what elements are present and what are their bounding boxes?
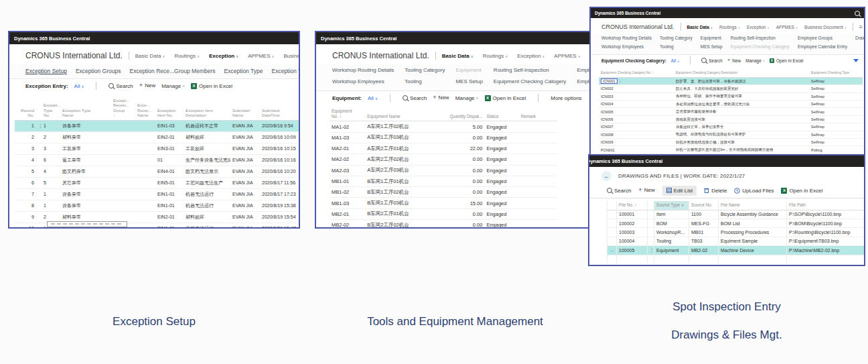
- new-button[interactable]: +New: [638, 187, 654, 193]
- table-row[interactable]: ICN004 ⋮ 各处加油部位油位满足要求，滑轨清洁无污垢 SelfInsp: [599, 101, 863, 108]
- manage-button[interactable]: Manage∨: [745, 58, 765, 63]
- nav-employee-groups[interactable]: Employee Groups: [798, 36, 847, 43]
- menu-item-basic-data[interactable]: Basic Data∨: [687, 25, 713, 29]
- nav-mes-setup[interactable]: MES Setup: [455, 78, 482, 88]
- col-record-no[interactable]: Record No.: [15, 97, 36, 120]
- table-row[interactable]: MA2-03 A车间2工序03机台 0.00 Engaged: [330, 165, 557, 176]
- menu-item-basic-data[interactable]: Basic Data∨: [442, 53, 474, 59]
- table-row[interactable]: → 100004 ⋮ Tooling TB03 Equiment Sample …: [607, 237, 865, 245]
- company-name[interactable]: CRONUS International Ltd.: [601, 23, 674, 30]
- col-remark[interactable]: Remark: [519, 107, 557, 121]
- table-row[interactable]: 7 ⋮ 1 设备异常 EIN1-01 机器无法运行 EVAN JIA 2020/…: [15, 188, 299, 200]
- table-row[interactable]: ICN007 ⋮ 设备运转正常，保养记录齐全 SelfInsp: [599, 123, 863, 131]
- table-row[interactable]: MA1-02 A车间1工序02机台 5.00 Engaged: [330, 121, 557, 132]
- search-button[interactable]: Search: [701, 58, 723, 63]
- nav-tooling-category[interactable]: Tooling Category: [405, 67, 445, 76]
- table-row[interactable]: → 100003 ⋮ WorkshopR... MB01 Processing …: [607, 228, 865, 237]
- nav-workshop-employees[interactable]: Workshop Employees: [332, 78, 394, 88]
- nav-workshop-employees[interactable]: Workshop Employees: [601, 44, 652, 52]
- search-icon[interactable]: [855, 11, 860, 16]
- menu-item-business-document[interactable]: Business Document∨: [284, 53, 299, 59]
- menu-item-routings[interactable]: Routings∨: [174, 53, 200, 59]
- col-checking-no[interactable]: Equipment Checking Catogery No. ↑: [599, 70, 674, 77]
- view-filter-dropdown[interactable]: All∨: [74, 83, 84, 89]
- apps-menu-icon[interactable]: ≡: [859, 24, 863, 30]
- col-receive-group[interactable]: Except... Receiv... Group ↑: [111, 97, 135, 120]
- open-in-excel-button[interactable]: XOpen in Excel: [770, 58, 803, 63]
- table-row[interactable]: 3 ⋮ 3 工装异常 EIN3-01 工装损坏 EVAN JIA 2020/8/…: [15, 143, 299, 154]
- tab-exception-type-item[interactable]: Exception Type Item: [271, 68, 299, 74]
- col-type-no[interactable]: Excepti... Type No.: [42, 97, 60, 120]
- nav-equipment[interactable]: Equipment: [701, 36, 723, 43]
- col-file-name[interactable]: File Name: [719, 201, 787, 210]
- col-file-no[interactable]: File No. ↑: [617, 201, 648, 210]
- tab-exception-type[interactable]: Exception Type: [224, 68, 263, 74]
- view-filter-dropdown[interactable]: All∨: [671, 58, 679, 63]
- table-row[interactable]: → ⋮: [607, 255, 865, 263]
- table-row[interactable]: MA1-03 A车间1工序03机台 0.00 Engaged: [330, 132, 557, 143]
- nav-drawings-and-files[interactable]: Drawings and Files: [855, 36, 864, 43]
- menu-item-exception[interactable]: Exception∨: [517, 53, 545, 59]
- table-row[interactable]: 1 ⋮ 1 设备异常 EIN1-03 机器运转不正常 EVAN JIA 2020…: [15, 120, 299, 131]
- col-item-no[interactable]: Exception Item No.: [155, 97, 184, 120]
- tab-exception-groups[interactable]: Exception Groups: [76, 68, 121, 74]
- nav-tooling-category[interactable]: Tooling Category: [660, 36, 693, 43]
- search-button[interactable]: Search: [403, 95, 427, 101]
- col-checking-description[interactable]: Equipment Checking Catogery Description: [674, 70, 809, 77]
- open-in-excel-button[interactable]: XOpen in Excel: [485, 95, 526, 101]
- col-source-no[interactable]: Source No.: [689, 201, 719, 210]
- table-row[interactable]: MB2-02 B车间2工序02机台 0.00 Engaged: [330, 220, 557, 227]
- nav-workshop-routing-details[interactable]: Workshop Routing Details: [601, 36, 652, 43]
- menu-item-routings[interactable]: Routings∨: [483, 53, 508, 59]
- company-name[interactable]: CRONUS International Ltd.: [25, 51, 123, 60]
- nav-employee-calendar-entry[interactable]: Employee Calendar Entry: [798, 44, 847, 52]
- table-row[interactable]: MB2-01 B车间2工序01机台 0.00 Engaged: [330, 208, 557, 219]
- table-row[interactable]: MA2-02 A车间2工序02机台 0.00 Engaged: [330, 154, 557, 165]
- manage-button[interactable]: Manage∨: [161, 83, 185, 89]
- delete-button[interactable]: Delete: [704, 188, 727, 194]
- menu-item-business-document[interactable]: Business Document∨: [804, 25, 847, 29]
- table-row[interactable]: ICN008 ⋮ 电源线、焊接电缆与焊机连接处有可靠屏护 SelfInsp: [599, 131, 863, 138]
- search-button[interactable]: Search: [108, 83, 133, 89]
- open-in-excel-button[interactable]: XOpen in Excel: [191, 83, 232, 89]
- menu-item-basic-data[interactable]: Basic Data∨: [135, 53, 165, 59]
- nav-tooling[interactable]: Tooling: [660, 44, 693, 52]
- table-row[interactable]: 5 ⋮ 4 图文档异常 EIN4-01 图文档无法显示 EVAN JIA 202…: [15, 166, 299, 177]
- new-button[interactable]: +New: [139, 82, 155, 88]
- col-file-path[interactable]: File Path: [787, 201, 865, 210]
- search-button[interactable]: Search: [607, 188, 631, 194]
- table-row[interactable]: ICN003 ⋮ 各种限位、联锁、操作手柄要求灵敏可靠 SelfInsp: [599, 93, 863, 100]
- nav-equipment-checking-catogery[interactable]: Equipment Checking Catogery: [494, 78, 567, 88]
- more-options-button[interactable]: More options: [551, 95, 581, 101]
- table-row[interactable]: ICN002 ⋮ 防止夹具、卡具松动或脱落的装置完好 SelfInsp: [599, 85, 863, 93]
- nav-workshop-routing-details[interactable]: Workshop Routing Details: [332, 67, 394, 76]
- col-quantity-dispatched[interactable]: Quantity Dispat...: [446, 107, 484, 121]
- table-row[interactable]: MB1-01 B车间1工序01机台 0.00 Engaged: [330, 176, 557, 186]
- table-row[interactable]: ICN006 ⋮ 接地装置连接可靠 SelfInsp: [599, 115, 863, 123]
- edit-list-button[interactable]: Edit List: [662, 186, 697, 196]
- col-equipment-name[interactable]: Equipment Name: [365, 107, 446, 121]
- table-row[interactable]: ICN005 ⋮ 是否按操作规程使用设备 SelfInsp: [599, 108, 863, 115]
- table-row[interactable]: MA2-01 A车间2工序01机台 22.00 Engaged: [330, 143, 557, 154]
- col-status[interactable]: Status: [484, 107, 518, 121]
- table-row[interactable]: ICN001 ⋮ 防护罩、盖、把位完善可靠，设备外观清洁 SelfInsp: [599, 77, 863, 84]
- manage-button[interactable]: Manage∨: [455, 95, 479, 101]
- filter-pane-icon[interactable]: [853, 59, 859, 62]
- col-submitter[interactable]: Submitter Name: [230, 97, 260, 120]
- table-row[interactable]: 6 ⋮ 5 其它异常 EIN5-01 工艺问题无法生产 EVAN JIA 202…: [15, 177, 299, 188]
- table-row[interactable]: → 100001 ⋮ Item 1100 Bicycle Assembly Gu…: [607, 210, 865, 219]
- col-type-name[interactable]: Exception Type Name: [60, 97, 111, 120]
- col-equipment-no[interactable]: Equipment No. ↑: [330, 107, 365, 121]
- col-source-type[interactable]: Source Type ∨: [654, 201, 689, 210]
- view-filter-dropdown[interactable]: All∨: [368, 95, 378, 101]
- new-button[interactable]: +New: [727, 58, 741, 62]
- table-row[interactable]: 4 ⋮ 6 返工异常 01 生产任务设备无法完成 EVAN JIA 2020/8…: [15, 154, 299, 166]
- tab-exception-setup[interactable]: Exception Setup: [25, 68, 67, 74]
- table-row[interactable]: PCN001 ⋮ 焊机一次侧电源长度不超过3m，且不得拖地或踩踏碾压使用 Pol…: [599, 146, 863, 154]
- company-name[interactable]: CRONUS International Ltd.: [332, 51, 429, 60]
- open-in-excel-button[interactable]: XOpen in Excel: [781, 188, 822, 194]
- menu-item-exception[interactable]: Exception∨: [747, 25, 770, 29]
- col-datetime[interactable]: Submited DateTime: [260, 97, 299, 120]
- table-row[interactable]: 8 ⋮ 1 设备异常 EIN1-01 机器无法运行 EVAN JIA 2020/…: [15, 200, 299, 211]
- nav-tooling[interactable]: Tooling: [405, 78, 445, 88]
